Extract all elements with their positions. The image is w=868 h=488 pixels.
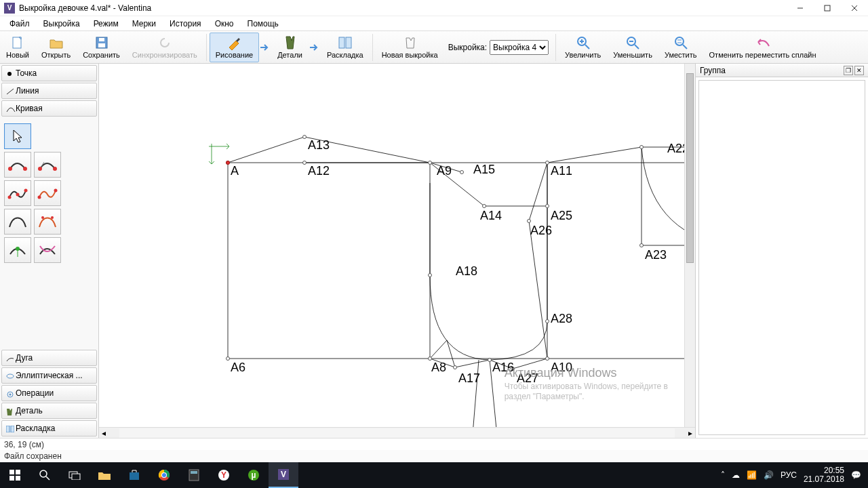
label-A8: A8 xyxy=(431,361,446,375)
menu-history[interactable]: История xyxy=(163,18,208,30)
taskbar-app-chrome[interactable] xyxy=(149,462,179,488)
point-A26[interactable] xyxy=(527,219,531,223)
tray-chevron-icon[interactable]: ˄ xyxy=(721,470,725,480)
tool-cubic-bezier-points[interactable] xyxy=(34,209,61,235)
tool-spline-handle[interactable] xyxy=(34,152,61,178)
statusbar-coords: 36, 19 (см) xyxy=(0,438,868,450)
details-mode-button[interactable]: Детали xyxy=(271,33,309,62)
task-view-icon[interactable] xyxy=(60,462,90,488)
menu-measurements[interactable]: Мерки xyxy=(125,18,163,30)
sidebar-item-curve[interactable]: Кривая xyxy=(1,100,97,117)
search-icon[interactable] xyxy=(30,462,60,488)
point-A28[interactable] xyxy=(545,319,549,323)
tool-point-on-curve[interactable] xyxy=(4,237,31,263)
tray-volume-icon[interactable]: 🔊 xyxy=(764,470,774,480)
horizontal-scrollbar[interactable]: ◂▸ xyxy=(99,427,695,438)
point-A6[interactable] xyxy=(226,357,230,361)
point-A17[interactable] xyxy=(453,365,457,369)
sidebar-item-elliptic[interactable]: Эллиптическая ... xyxy=(1,367,97,384)
point-A18[interactable] xyxy=(428,273,432,277)
tool-spline-path[interactable] xyxy=(4,180,31,206)
svg-line-64 xyxy=(513,359,547,369)
svg-point-30 xyxy=(24,189,28,192)
menu-help[interactable]: Помощь xyxy=(241,18,285,30)
open-button[interactable]: Открыть xyxy=(35,33,77,62)
sidebar-item-detail[interactable]: Деталь xyxy=(1,403,97,419)
point-A11[interactable] xyxy=(545,161,549,165)
pattern-select[interactable]: Выкройка 4 xyxy=(490,40,549,55)
svg-point-77 xyxy=(162,473,166,477)
group-list[interactable] xyxy=(698,80,865,435)
svg-point-29 xyxy=(16,193,20,197)
svg-text:Y: Y xyxy=(221,470,226,480)
point-A9[interactable] xyxy=(428,161,432,165)
tool-spline[interactable] xyxy=(4,152,31,178)
taskbar-app-explorer[interactable] xyxy=(90,462,119,488)
menu-mode[interactable]: Режим xyxy=(87,18,125,30)
taskbar-app-yandex[interactable]: Y xyxy=(209,462,239,488)
drawing-canvas[interactable]: AA6A7A2A21A22A23A24A12A13A9A15A14A11A25A… xyxy=(99,64,695,427)
sidebar-item-operations[interactable]: Операции xyxy=(1,385,97,401)
point-A23[interactable] xyxy=(639,243,644,247)
vertical-scrollbar[interactable] xyxy=(684,64,695,427)
tool-cubic-bezier[interactable] xyxy=(4,209,31,235)
menu-file[interactable]: Файл xyxy=(3,18,37,30)
point-A13[interactable] xyxy=(302,135,307,139)
svg-rect-8 xyxy=(339,37,344,48)
menu-pattern[interactable]: Выкройка xyxy=(37,18,87,30)
save-button[interactable]: Сохранить xyxy=(77,33,126,62)
svg-point-21 xyxy=(7,72,12,76)
tool-pointer[interactable] xyxy=(4,123,31,149)
new-pattern-button[interactable]: Новая выкройка xyxy=(376,33,444,62)
maximize-button[interactable] xyxy=(814,0,841,16)
new-button[interactable]: Новый xyxy=(0,33,35,62)
tray-notifications-icon[interactable]: 💬 xyxy=(851,470,861,480)
point-A12[interactable] xyxy=(302,161,307,165)
point-A14[interactable] xyxy=(482,204,486,208)
panel-close-button[interactable]: ✕ xyxy=(854,66,864,75)
sidebar-item-line[interactable]: Линия xyxy=(1,83,97,99)
tool-intersect-curves[interactable] xyxy=(34,237,61,263)
point-A25[interactable] xyxy=(545,204,549,208)
taskbar: Y µ V ˄ ☁ 📶 🔊 РУС 20:5521.07.2018 💬 xyxy=(0,462,868,488)
point-A15[interactable] xyxy=(460,170,464,174)
undo-spline-button[interactable]: Отменить переместить сплайн xyxy=(703,33,823,62)
draw-mode-button[interactable]: Рисование xyxy=(210,33,259,62)
point-A16[interactable] xyxy=(488,358,492,362)
point-A10[interactable] xyxy=(545,357,549,361)
group-panel: Группа ❐ ✕ xyxy=(695,64,868,438)
tray-clock[interactable]: 20:5521.07.2018 xyxy=(804,466,844,484)
menu-window[interactable]: Окно xyxy=(208,18,241,30)
taskbar-app-store[interactable] xyxy=(119,462,149,488)
tray-language[interactable]: РУС xyxy=(781,470,797,480)
svg-rect-9 xyxy=(346,37,351,48)
sidebar-item-arc[interactable]: Дуга xyxy=(1,350,97,366)
tray-network-icon[interactable]: 📶 xyxy=(747,470,757,480)
minimize-button[interactable] xyxy=(787,0,814,16)
point-A22[interactable] xyxy=(639,145,644,149)
label-A25: A25 xyxy=(551,209,572,223)
tool-spline-path-handle[interactable] xyxy=(34,180,61,206)
sidebar-item-point[interactable]: Точка xyxy=(1,65,97,81)
left-panel: Точка Линия Кривая Дуга Эллиптическая ..… xyxy=(0,64,99,438)
curve-icon xyxy=(6,106,12,111)
sync-button[interactable]: Синхронизировать xyxy=(126,33,203,62)
taskbar-app-valentina[interactable]: V xyxy=(269,462,298,488)
zoom-fit-button[interactable]: Уместить xyxy=(658,33,703,62)
layout-mode-button[interactable]: Раскладка xyxy=(321,33,370,62)
taskbar-app-calc[interactable] xyxy=(179,462,209,488)
zoom-out-button[interactable]: Уменьшить xyxy=(607,33,658,62)
zoom-in-button[interactable]: Увеличить xyxy=(559,33,607,62)
tray-onedrive-icon[interactable]: ☁ xyxy=(732,470,740,480)
menubar: Файл Выкройка Режим Мерки История Окно П… xyxy=(0,16,868,31)
close-button[interactable] xyxy=(841,0,868,16)
svg-point-27 xyxy=(53,167,57,171)
start-button[interactable] xyxy=(0,462,30,488)
sidebar-item-layout[interactable]: Раскладка xyxy=(1,420,97,436)
line-icon xyxy=(6,88,12,94)
system-tray[interactable]: ˄ ☁ 📶 🔊 РУС 20:5521.07.2018 💬 xyxy=(714,466,868,484)
taskbar-app-utorrent[interactable]: µ xyxy=(239,462,269,488)
panel-float-button[interactable]: ❐ xyxy=(844,66,853,75)
label-A: A xyxy=(231,164,239,178)
origin-point[interactable] xyxy=(226,161,230,165)
